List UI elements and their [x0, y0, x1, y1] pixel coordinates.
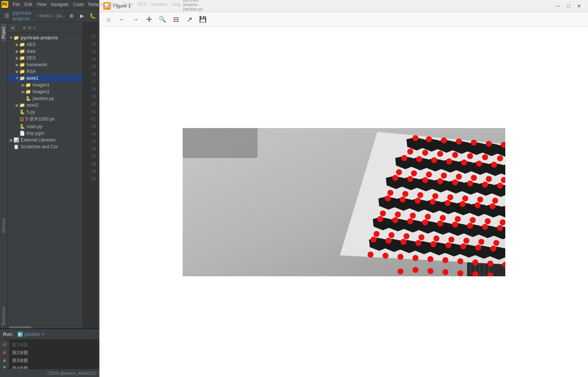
- breadcrumb-root[interactable]: pychram projects: [13, 10, 34, 21]
- run-stop-btn[interactable]: ■: [1, 349, 8, 355]
- tree-item-work1[interactable]: ▼ 📁 work1: [7, 75, 82, 82]
- tree-root[interactable]: ▼ 📁 pychram projects: [7, 34, 82, 41]
- sidebar-view-selector[interactable]: ...: [17, 25, 21, 30]
- line-33: 33: [83, 48, 99, 55]
- tree-item-data[interactable]: ▶ 📁 data: [7, 48, 82, 55]
- figure-close-btn[interactable]: ✕: [574, 1, 584, 11]
- line-48: 48: [83, 160, 99, 168]
- vtab-bookmarks[interactable]: Bookmarks: [1, 304, 6, 328]
- sidebar-header: ▣ ... ⊕ ⊟ ≡: [7, 22, 82, 33]
- menu-file[interactable]: File: [10, 2, 22, 7]
- fig-home-btn[interactable]: ⌂: [103, 13, 115, 25]
- tree-item-tmp[interactable]: ▶ 📄 tmp.pgm: [7, 130, 82, 137]
- line-45: 45: [83, 138, 99, 145]
- svg-point-79: [486, 141, 492, 147]
- menu-refactor[interactable]: Refactor: [86, 2, 107, 7]
- svg-point-155: [407, 218, 413, 224]
- svg-point-153: [377, 216, 383, 222]
- svg-point-146: [425, 214, 431, 220]
- run-restart-btn[interactable]: ↺: [1, 342, 8, 348]
- figure-maximize-btn[interactable]: □: [563, 1, 574, 11]
- toolbar-debug[interactable]: 🐛: [88, 11, 97, 20]
- svg-point-174: [386, 238, 392, 244]
- tree-item-rsa[interactable]: ▶ 📁 RSA: [7, 68, 82, 75]
- tree-item-work2[interactable]: ▶ 📁 work2: [7, 102, 82, 109]
- svg-point-150: [485, 218, 491, 224]
- line-50: 50: [83, 175, 99, 183]
- run-tab-jiaodian[interactable]: ▶ jiaodian ✕: [16, 332, 46, 337]
- svg-point-175: [400, 239, 406, 245]
- figure-image: [183, 128, 505, 276]
- tree-item-outdoor-img[interactable]: ▶ 🖼 5-室外1000.pn: [7, 115, 82, 123]
- run-item-1[interactable]: 第2张图: [9, 349, 99, 357]
- menu-tools[interactable]: Tools: [120, 2, 135, 7]
- svg-point-191: [487, 261, 493, 267]
- svg-point-113: [392, 175, 398, 181]
- fig-configure-btn[interactable]: ⊟: [170, 13, 182, 25]
- svg-point-160: [482, 224, 488, 230]
- fig-autoscale-btn[interactable]: ↗: [183, 13, 195, 25]
- toolbar-structure[interactable]: ☰: [2, 11, 11, 20]
- line-34: 34: [83, 55, 99, 63]
- svg-point-125: [417, 192, 423, 198]
- svg-point-105: [426, 171, 432, 177]
- toolbar-add-config[interactable]: ⊕: [67, 11, 76, 20]
- line-42: 42: [83, 115, 99, 123]
- svg-point-86: [452, 152, 458, 158]
- fig-pan-btn[interactable]: ✛: [143, 13, 155, 25]
- line-46: 46: [83, 145, 99, 153]
- run-item-2[interactable]: 第3张图: [9, 357, 99, 365]
- breadcrumb-file[interactable]: jia...: [57, 13, 65, 18]
- menu-edit[interactable]: Edit: [22, 2, 34, 7]
- svg-point-164: [389, 232, 394, 238]
- tree-item-aes[interactable]: ▶ 📁 AES: [7, 41, 82, 48]
- vtab-structure[interactable]: Structure: [1, 215, 6, 236]
- run-label: Run:: [3, 332, 13, 337]
- svg-point-98: [476, 161, 482, 167]
- svg-point-186: [412, 255, 418, 261]
- menu-run[interactable]: Run: [107, 2, 120, 7]
- tree-item-scratches[interactable]: ▶ 📋 Scratches and Cor: [7, 143, 82, 150]
- svg-point-189: [457, 258, 463, 264]
- line-44: 44: [83, 130, 99, 138]
- fig-zoom-btn[interactable]: 🔍: [156, 13, 168, 25]
- fig-forward-btn[interactable]: →: [130, 13, 141, 25]
- svg-point-190: [472, 259, 478, 265]
- toolbar-run[interactable]: ▶: [77, 11, 86, 20]
- menu-navigate[interactable]: Navigate: [49, 2, 71, 7]
- svg-point-168: [448, 237, 454, 243]
- svg-point-178: [445, 242, 451, 248]
- run-scroll-up[interactable]: ▲: [1, 357, 8, 363]
- menu-code[interactable]: Code: [71, 2, 86, 7]
- tree-item-images1[interactable]: ▶ 📁 images1: [7, 82, 82, 88]
- svg-point-143: [380, 210, 386, 216]
- menu-vcs[interactable]: VCS: [135, 2, 149, 7]
- tree-item-ext-libs[interactable]: ▶ 📊 External Libraries: [7, 137, 82, 143]
- menu-help[interactable]: Help: [170, 2, 183, 7]
- menu-window[interactable]: Window: [149, 2, 170, 7]
- tree-item-images2[interactable]: ▶ 📁 images2: [7, 88, 82, 95]
- menu-view[interactable]: View: [34, 2, 49, 7]
- tree-item-des[interactable]: ▶ 📁 DES: [7, 55, 82, 61]
- sidebar-cog[interactable]: ⊕: [22, 25, 26, 30]
- run-item-0[interactable]: 第1张图: [9, 341, 99, 349]
- figure-minimize-btn[interactable]: ─: [553, 1, 563, 11]
- svg-point-77: [456, 139, 462, 145]
- run-tab-close[interactable]: ✕: [42, 332, 45, 336]
- svg-point-185: [397, 254, 403, 260]
- tree-item-jiaodian[interactable]: ▶ 🐍 jiaodian.py: [7, 95, 82, 102]
- tree-item-main[interactable]: ▶ 🐍 main.py: [7, 123, 82, 130]
- tree-item-5py[interactable]: ▶ 🐍 5.py: [7, 109, 82, 115]
- vtab-project[interactable]: Project: [1, 24, 6, 42]
- svg-point-147: [440, 215, 446, 221]
- sidebar-collapse[interactable]: ⊟: [28, 25, 31, 30]
- tree-item-homework[interactable]: ▶ 📁 homework: [7, 61, 82, 68]
- breadcrumb-work1[interactable]: work1: [39, 13, 52, 18]
- fig-back-btn[interactable]: ←: [116, 13, 128, 25]
- svg-point-75: [426, 136, 432, 142]
- sidebar-scrollbar-h[interactable]: [7, 325, 82, 328]
- svg-point-133: [385, 195, 391, 201]
- fig-save-btn[interactable]: 💾: [197, 13, 209, 25]
- svg-point-170: [478, 239, 484, 245]
- sidebar-gear[interactable]: ≡: [33, 25, 36, 30]
